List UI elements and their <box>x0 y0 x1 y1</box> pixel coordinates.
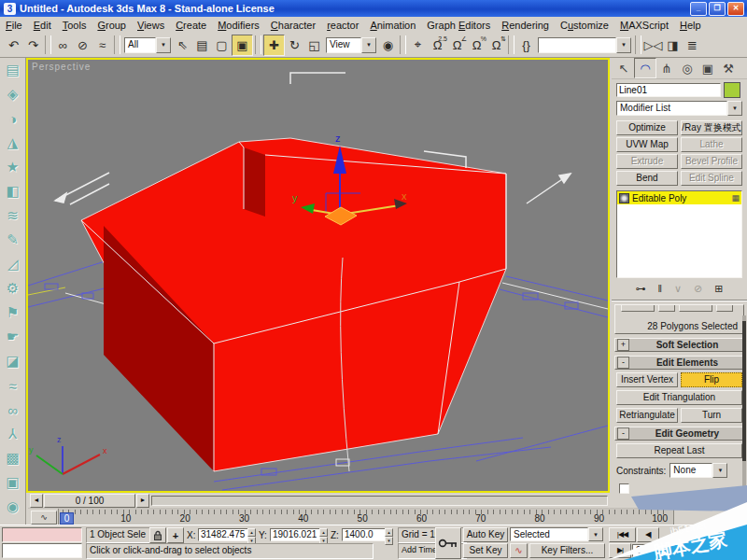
combo-arrow-icon[interactable]: ▼ <box>727 101 742 116</box>
waves-icon[interactable]: ≈ <box>0 373 25 398</box>
make-unique-icon[interactable]: ∨ <box>674 283 682 295</box>
layer-manager-icon[interactable]: ≣ <box>683 35 702 55</box>
edit-triangulation-button[interactable]: Edit Triangulation <box>616 390 742 405</box>
angle-snap-icon[interactable]: Ω∠ <box>447 35 467 55</box>
close-button[interactable]: ✕ <box>727 2 744 16</box>
subobject-toggle-icon[interactable] <box>619 193 629 203</box>
perspective-viewport[interactable]: Perspective <box>26 58 610 493</box>
menu-item-group[interactable]: Group <box>92 19 132 32</box>
modifier-button-extrude[interactable]: Extrude <box>616 154 678 169</box>
scrollbar-thumb[interactable] <box>742 321 746 461</box>
menu-item-file[interactable]: File <box>0 19 28 32</box>
percent-snap-icon[interactable]: Ω% <box>467 35 486 55</box>
reference-coordinate-dropdown[interactable]: View▼ <box>326 37 376 53</box>
gear-icon[interactable]: ⚙ <box>0 276 25 301</box>
pen-icon[interactable]: ✎ <box>0 228 25 252</box>
hand-icon[interactable]: ☛ <box>0 325 25 349</box>
clipped-button[interactable] <box>679 304 712 312</box>
sphere-icon[interactable]: ◑ <box>0 106 25 131</box>
time-slider-button[interactable]: 0 / 100 <box>44 494 135 508</box>
folded-surface-icon[interactable]: ◪ <box>0 349 25 373</box>
use-pivot-center-icon[interactable]: ◉ <box>378 35 398 55</box>
x-coordinate-field[interactable]: 31482.475 <box>198 528 252 541</box>
torus-knot-icon[interactable]: ∞ <box>0 398 25 422</box>
show-end-result-icon[interactable]: ‖ <box>657 283 662 294</box>
default-tangents-button[interactable]: ∿ <box>510 543 528 558</box>
selection-lock-button[interactable] <box>149 527 166 543</box>
book-icon[interactable]: ▩ <box>0 446 25 470</box>
spinner-up-icon[interactable]: ▴ <box>319 528 328 537</box>
undo-icon[interactable]: ↶ <box>4 35 23 55</box>
redo-icon[interactable]: ↷ <box>23 35 43 55</box>
combo-arrow-icon[interactable]: ▼ <box>156 37 171 53</box>
combo-arrow-icon[interactable]: ▼ <box>588 527 603 541</box>
menu-item-customize[interactable]: Customize <box>555 19 614 32</box>
auto-key-button[interactable]: Auto Key <box>463 527 508 542</box>
clipped-button[interactable] <box>621 304 655 312</box>
bind-to-space-warp-icon[interactable]: ≈ <box>92 35 112 55</box>
window-crossing-icon[interactable]: ▣ <box>232 35 253 56</box>
rollout-soft-selection[interactable]: + Soft Selection <box>614 338 744 352</box>
shapes-icon[interactable]: ◈ <box>0 82 25 106</box>
menu-item-help[interactable]: Help <box>674 19 707 32</box>
set-keys-button[interactable] <box>435 527 461 559</box>
clipped-button[interactable] <box>658 304 675 312</box>
modifier-button-bend[interactable]: Bend <box>616 171 678 186</box>
minimize-button[interactable]: _ <box>690 2 707 16</box>
menu-item-tools[interactable]: Tools <box>57 19 92 32</box>
tab-create[interactable]: ↖ <box>613 59 634 77</box>
collapse-icon[interactable]: - <box>617 427 629 440</box>
clipped-button[interactable] <box>716 304 733 312</box>
object-name-field[interactable] <box>616 83 721 97</box>
menu-item-reactor[interactable]: reactor <box>321 19 364 32</box>
y-coordinate-field[interactable]: 19016.021 <box>270 528 324 541</box>
repeat-last-button[interactable]: Repeat Last <box>616 443 742 458</box>
select-and-link-icon[interactable]: ∞ <box>53 35 73 55</box>
menu-item-rendering[interactable]: Rendering <box>496 19 555 32</box>
z-coordinate-field[interactable]: 1400.0 <box>342 528 389 541</box>
z-spinner[interactable]: ▴ ▾ <box>385 528 393 541</box>
flip-button[interactable]: Flip <box>681 372 742 387</box>
edit-named-selection-sets-icon[interactable]: {} <box>516 35 536 55</box>
select-by-name-icon[interactable]: ▤ <box>192 35 212 55</box>
modifier-button-optimize[interactable]: Optimize <box>616 120 678 135</box>
rectangular-selection-region-icon[interactable]: ▢ <box>212 35 232 55</box>
tab-display[interactable]: ▣ <box>698 59 718 77</box>
expand-icon[interactable]: + <box>617 339 629 351</box>
maxscript-macro-recorder[interactable] <box>2 527 82 542</box>
spinner-top-icon[interactable]: ◮ <box>0 131 25 155</box>
compound-objects-icon[interactable]: ◧ <box>0 179 25 203</box>
flag-icon[interactable]: ⚑ <box>0 301 25 325</box>
panel-scrollbar[interactable] <box>742 315 746 506</box>
combo-arrow-icon[interactable]: ▼ <box>712 463 727 478</box>
object-color-swatch[interactable] <box>724 82 740 98</box>
menu-item-maxscript[interactable]: MAXScript <box>614 19 674 32</box>
rollout-edit-elements[interactable]: - Edit Elements <box>614 356 744 370</box>
menu-item-views[interactable]: Views <box>132 19 170 32</box>
turn-button[interactable]: Turn <box>681 408 742 423</box>
coil-stack-icon[interactable]: ≋ <box>0 203 25 228</box>
y-spinner[interactable]: ▴ ▾ <box>319 528 328 541</box>
named-selection-dropdown[interactable]: ▼ <box>538 37 631 53</box>
tab-utilities[interactable]: ⚒ <box>718 59 739 77</box>
tab-motion[interactable]: ◎ <box>677 59 698 77</box>
modifier-list-dropdown[interactable]: Modifier List ▼ <box>616 101 742 116</box>
stack-item-editable-poly[interactable]: Editable Poly▦ <box>617 191 741 204</box>
combo-arrow-icon[interactable]: ▼ <box>361 37 376 53</box>
retriangulate-button[interactable]: Retriangulate <box>616 408 678 423</box>
key-mode-dropdown[interactable]: Selected ▼ <box>510 527 603 541</box>
red-object[interactable] <box>81 138 506 471</box>
spinner-up-icon[interactable]: ▴ <box>385 528 393 537</box>
track-bar-ruler[interactable]: 0102030405060708090100 <box>58 509 674 525</box>
mini-curve-editor-button[interactable]: ∿ <box>31 511 57 525</box>
modifier-button-bevel-profile[interactable]: Bevel Profile <box>681 154 742 169</box>
modifier-button-uvw-map[interactable]: UVW Map <box>616 137 678 152</box>
modifier-stack[interactable]: Editable Poly▦ <box>616 190 742 278</box>
select-and-move-icon[interactable]: ✚ <box>263 35 285 56</box>
elbow-shape-icon[interactable]: ◿ <box>0 252 25 276</box>
menu-item-edit[interactable]: Edit <box>28 19 57 32</box>
mirror-icon[interactable]: ▷◁ <box>643 35 663 55</box>
spinner-up-icon[interactable]: ▴ <box>247 528 256 537</box>
tab-modify[interactable]: ◠ <box>634 58 656 78</box>
maxscript-listener[interactable] <box>2 543 82 558</box>
